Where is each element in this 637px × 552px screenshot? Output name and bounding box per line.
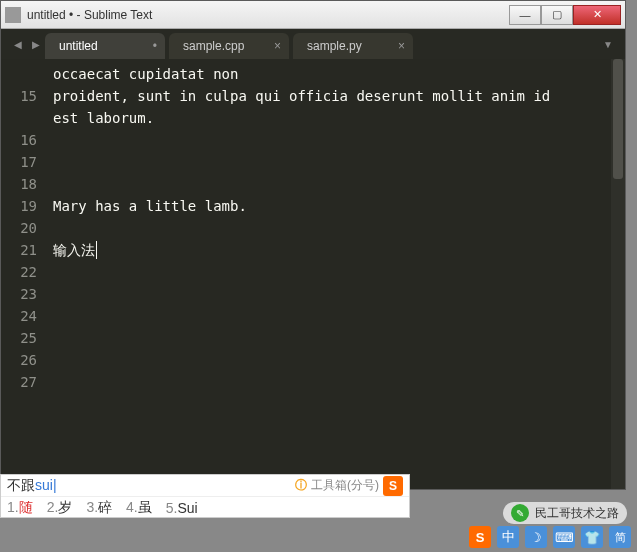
line-number: 17 bbox=[1, 151, 37, 173]
tab-nav-prev-icon[interactable]: ◀ bbox=[9, 29, 27, 59]
ime-candidate[interactable]: 2.岁 bbox=[47, 499, 73, 517]
line-number: 26 bbox=[1, 349, 37, 371]
editor-area[interactable]: 15161718192021222324252627 occaecat cupi… bbox=[1, 59, 625, 489]
candidate-number: 2. bbox=[47, 499, 59, 515]
info-icon: ⓘ bbox=[295, 477, 307, 494]
vertical-scrollbar[interactable] bbox=[611, 59, 625, 489]
candidate-number: 4. bbox=[126, 499, 138, 515]
code-line[interactable] bbox=[53, 349, 617, 371]
tab-dirty-icon[interactable]: • bbox=[153, 39, 157, 53]
line-number: 18 bbox=[1, 173, 37, 195]
code-line[interactable] bbox=[53, 327, 617, 349]
sogou-logo-icon[interactable]: S bbox=[383, 476, 403, 496]
line-number: 27 bbox=[1, 371, 37, 393]
code-line[interactable] bbox=[53, 217, 617, 239]
tabs-container: untitled • sample.cpp × sample.py × bbox=[45, 29, 599, 59]
code-line[interactable]: Mary has a little lamb. bbox=[53, 195, 617, 217]
tab-menu-icon[interactable]: ▼ bbox=[599, 29, 617, 59]
code-line[interactable]: proident, sunt in culpa qui officia dese… bbox=[53, 85, 617, 107]
code-line[interactable] bbox=[53, 371, 617, 393]
watermark-text: 民工哥技术之路 bbox=[535, 505, 619, 522]
ime-cursor: | bbox=[53, 477, 57, 493]
ime-candidates-row: 1.随2.岁3.碎4.虽5.Sui bbox=[1, 497, 409, 519]
ime-candidate[interactable]: 4.虽 bbox=[126, 499, 152, 517]
tab-untitled[interactable]: untitled • bbox=[45, 33, 165, 59]
app-icon bbox=[5, 7, 21, 23]
ime-candidate[interactable]: 3.碎 bbox=[86, 499, 112, 517]
ime-candidate[interactable]: 1.随 bbox=[7, 499, 33, 517]
line-number: 16 bbox=[1, 129, 37, 151]
line-number bbox=[1, 63, 37, 85]
window-controls: — ▢ ✕ bbox=[509, 5, 621, 25]
line-number: 19 bbox=[1, 195, 37, 217]
watermark-icon: ✎ bbox=[511, 504, 529, 522]
ime-toolbox-label: 工具箱(分号) bbox=[311, 477, 379, 494]
code-content[interactable]: occaecat cupidatat nonproident, sunt in … bbox=[45, 59, 625, 489]
lang-cn-icon[interactable]: 中 bbox=[497, 526, 519, 548]
keyboard-icon[interactable]: ⌨ bbox=[553, 526, 575, 548]
tab-close-icon[interactable]: × bbox=[274, 39, 281, 53]
tab-label: untitled bbox=[59, 39, 98, 53]
ime-panel: 不跟sui| ⓘ 工具箱(分号) S 1.随2.岁3.碎4.虽5.Sui bbox=[0, 474, 410, 518]
ime-composition: 不跟sui| bbox=[7, 477, 57, 495]
candidate-word: Sui bbox=[177, 500, 197, 516]
ime-prefix: 不跟 bbox=[7, 477, 35, 493]
tab-label: sample.cpp bbox=[183, 39, 244, 53]
tab-nav-next-icon[interactable]: ▶ bbox=[27, 29, 45, 59]
line-gutter: 15161718192021222324252627 bbox=[1, 59, 45, 489]
candidate-number: 3. bbox=[86, 499, 98, 515]
code-line[interactable]: 输入法 bbox=[53, 239, 617, 261]
ime-candidate[interactable]: 5.Sui bbox=[166, 500, 198, 516]
code-line[interactable] bbox=[53, 261, 617, 283]
candidate-word: 随 bbox=[19, 499, 33, 515]
line-number bbox=[1, 107, 37, 129]
line-number: 21 bbox=[1, 239, 37, 261]
minimize-button[interactable]: — bbox=[509, 5, 541, 25]
text-cursor bbox=[96, 241, 97, 259]
code-line[interactable] bbox=[53, 305, 617, 327]
candidate-word: 碎 bbox=[98, 499, 112, 515]
app-window: untitled • - Sublime Text — ▢ ✕ ◀ ▶ unti… bbox=[0, 0, 626, 490]
line-number: 15 bbox=[1, 85, 37, 107]
line-number: 24 bbox=[1, 305, 37, 327]
sogou-icon[interactable]: S bbox=[469, 526, 491, 548]
candidate-word: 虽 bbox=[138, 499, 152, 515]
tab-label: sample.py bbox=[307, 39, 362, 53]
titlebar[interactable]: untitled • - Sublime Text — ▢ ✕ bbox=[1, 1, 625, 29]
candidate-number: 5. bbox=[166, 500, 178, 516]
tab-close-icon[interactable]: × bbox=[398, 39, 405, 53]
code-line[interactable] bbox=[53, 129, 617, 151]
candidate-number: 1. bbox=[7, 499, 19, 515]
window-title: untitled • - Sublime Text bbox=[27, 8, 509, 22]
maximize-button[interactable]: ▢ bbox=[541, 5, 573, 25]
simplified-icon[interactable]: 简 bbox=[609, 526, 631, 548]
tab-sample-cpp[interactable]: sample.cpp × bbox=[169, 33, 289, 59]
ime-input-row: 不跟sui| ⓘ 工具箱(分号) S bbox=[1, 475, 409, 497]
ime-toolbox[interactable]: ⓘ 工具箱(分号) bbox=[295, 477, 379, 494]
scrollbar-thumb[interactable] bbox=[613, 59, 623, 179]
line-number: 25 bbox=[1, 327, 37, 349]
ime-status-bar: S 中 ☽ ⌨ 👕 简 bbox=[469, 526, 631, 548]
code-line[interactable]: est laborum. bbox=[53, 107, 617, 129]
moon-icon[interactable]: ☽ bbox=[525, 526, 547, 548]
ime-pinyin: sui bbox=[35, 477, 53, 493]
person-icon[interactable]: 👕 bbox=[581, 526, 603, 548]
tab-sample-py[interactable]: sample.py × bbox=[293, 33, 413, 59]
close-button[interactable]: ✕ bbox=[573, 5, 621, 25]
watermark: ✎ 民工哥技术之路 bbox=[503, 502, 627, 524]
line-number: 23 bbox=[1, 283, 37, 305]
candidate-word: 岁 bbox=[58, 499, 72, 515]
code-line[interactable]: occaecat cupidatat non bbox=[53, 63, 617, 85]
line-number: 20 bbox=[1, 217, 37, 239]
tab-bar: ◀ ▶ untitled • sample.cpp × sample.py × … bbox=[1, 29, 625, 59]
code-line[interactable] bbox=[53, 151, 617, 173]
code-line[interactable] bbox=[53, 283, 617, 305]
code-line[interactable] bbox=[53, 173, 617, 195]
line-number: 22 bbox=[1, 261, 37, 283]
